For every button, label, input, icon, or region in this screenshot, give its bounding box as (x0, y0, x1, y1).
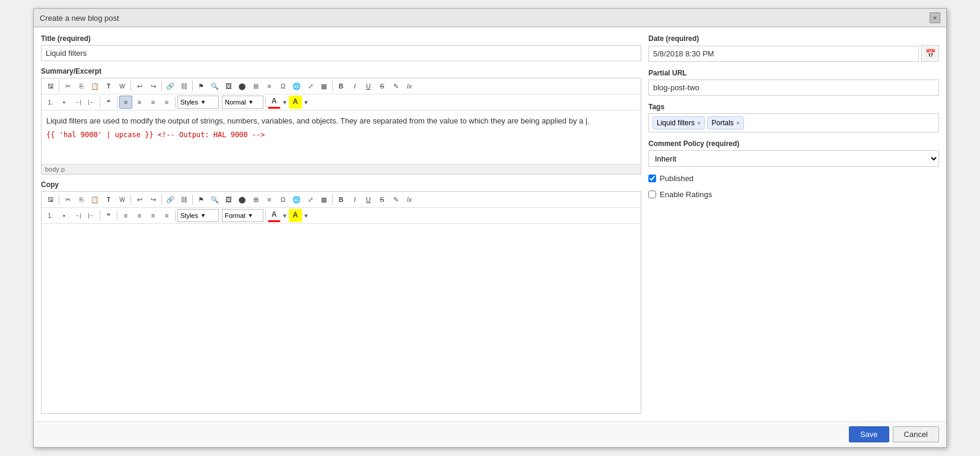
bold-btn[interactable]: B (335, 80, 348, 93)
summary-editor-content[interactable]: Liquid filters are used to modify the ou… (42, 110, 641, 164)
copy-paste-word-btn[interactable]: W (116, 193, 129, 206)
copy-format-dropdown[interactable]: Format ▼ (222, 209, 263, 222)
copy-anchor-btn[interactable]: ⚑ (195, 193, 208, 206)
title-input[interactable] (41, 45, 641, 61)
copy-link-btn[interactable]: 🔗 (164, 193, 177, 206)
close-button[interactable]: × (930, 12, 940, 23)
copy-special-char-btn[interactable]: Ω (276, 193, 289, 206)
paste-word-btn[interactable]: W (116, 80, 129, 93)
copy-font-color-arrow[interactable]: ▼ (282, 213, 288, 219)
copy-find-btn[interactable]: 🔍 (208, 193, 221, 206)
clear-format-btn[interactable]: Ix (403, 80, 416, 93)
copy-blockquote-btn[interactable]: ❝ (102, 209, 115, 222)
link-btn[interactable]: 🔗 (164, 80, 177, 93)
pencil-btn[interactable]: ✎ (389, 80, 402, 93)
align-left-btn[interactable]: ≡ (119, 96, 132, 109)
font-color-btn[interactable]: A (268, 96, 281, 109)
copy-outdent-btn[interactable]: |← (85, 209, 98, 222)
copy-align-right-btn[interactable]: ≡ (147, 209, 160, 222)
copy-table-btn[interactable]: ⊞ (249, 193, 262, 206)
copy-iframe-btn[interactable]: 🌐 (290, 193, 303, 206)
cut-btn[interactable]: ✂ (61, 80, 74, 93)
flash-btn[interactable]: ⬤ (236, 80, 249, 93)
ratings-checkbox[interactable] (648, 191, 656, 198)
copy-highlight-btn[interactable]: A (289, 209, 302, 222)
copy-hr-btn[interactable]: ≡ (263, 193, 276, 206)
copy-copy-btn[interactable]: ⎘ (75, 193, 88, 206)
anchor-btn[interactable]: ⚑ (195, 80, 208, 93)
copy-source-btn[interactable]: ▦ (317, 193, 330, 206)
copy-align-justify-btn[interactable]: ≡ (160, 209, 173, 222)
maximize-btn[interactable]: ⤢ (304, 80, 317, 93)
copy-bold-btn[interactable]: B (335, 193, 348, 206)
tag-portals-close[interactable]: × (736, 119, 740, 126)
paste-btn[interactable]: 📋 (88, 80, 101, 93)
tag-liquid-filters-close[interactable]: × (697, 119, 701, 126)
copy-image-btn[interactable]: 🖼 (222, 193, 235, 206)
copy-save-doc-btn[interactable]: 🖫 (44, 193, 57, 206)
unlink-btn[interactable]: ⛓ (177, 80, 190, 93)
indent-btn[interactable]: →| (71, 96, 84, 109)
highlight-btn[interactable]: A (289, 96, 302, 109)
copy-strike-btn[interactable]: S (376, 193, 389, 206)
paste-text-btn[interactable]: T (102, 80, 115, 93)
special-char-btn[interactable]: Ω (276, 80, 289, 93)
copy-pencil-btn[interactable]: ✎ (389, 193, 402, 206)
toolbar-history-group: ↩ ↪ (133, 80, 160, 93)
undo-btn[interactable]: ↩ (133, 80, 146, 93)
underline-btn[interactable]: U (362, 80, 375, 93)
copy-align-center-btn[interactable]: ≡ (133, 209, 146, 222)
align-justify-btn[interactable]: ≡ (160, 96, 173, 109)
partial-url-input[interactable] (648, 80, 939, 96)
redo-btn[interactable]: ↪ (147, 80, 160, 93)
copy-unlink-btn[interactable]: ⛓ (177, 193, 190, 206)
tags-container[interactable]: Liquid filters × Portals × (648, 113, 939, 132)
copy-clear-format-btn[interactable]: Ix (403, 193, 416, 206)
copy-maximize-btn[interactable]: ⤢ (304, 193, 317, 206)
calendar-button[interactable]: 📅 (921, 45, 939, 62)
font-color-arrow[interactable]: ▼ (282, 99, 288, 106)
copy-editor-content[interactable] (42, 224, 641, 413)
hr-btn[interactable]: ≡ (263, 80, 276, 93)
align-right-btn[interactable]: ≡ (147, 96, 160, 109)
align-center-btn[interactable]: ≡ (133, 96, 146, 109)
save-button[interactable]: Save (849, 426, 889, 442)
cancel-button[interactable]: Cancel (893, 426, 939, 442)
copy-paste-btn[interactable]: 📋 (88, 193, 101, 206)
highlight-arrow[interactable]: ▼ (303, 99, 309, 106)
table-btn[interactable]: ⊞ (249, 80, 262, 93)
strike-btn[interactable]: S (376, 80, 389, 93)
styles-dropdown[interactable]: Styles ▼ (177, 96, 219, 109)
iframe-btn[interactable]: 🌐 (290, 80, 303, 93)
date-input[interactable] (648, 46, 919, 62)
ul-btn[interactable]: • (58, 96, 71, 109)
blockquote-btn[interactable]: ❝ (102, 96, 115, 109)
copy-ol-btn[interactable]: 1. (44, 209, 57, 222)
copy-flash-btn[interactable]: ⬤ (236, 193, 249, 206)
copy-italic-btn[interactable]: I (348, 193, 361, 206)
copy-ul-btn[interactable]: • (58, 209, 71, 222)
copy-underline-btn[interactable]: U (362, 193, 375, 206)
copy-highlight-arrow[interactable]: ▼ (303, 213, 309, 219)
copy-undo-btn[interactable]: ↩ (133, 193, 146, 206)
save-doc-btn[interactable]: 🖫 (44, 80, 57, 93)
source-btn[interactable]: ▦ (317, 80, 330, 93)
published-checkbox[interactable] (648, 175, 656, 182)
copy-redo-btn[interactable]: ↪ (147, 193, 160, 206)
copy-cut-btn[interactable]: ✂ (61, 193, 74, 206)
image-btn[interactable]: 🖼 (222, 80, 235, 93)
csep3 (161, 194, 162, 205)
comment-policy-select[interactable]: Inherit Allow Moderated Closed (648, 150, 939, 167)
copy-align-left-btn[interactable]: ≡ (119, 209, 132, 222)
copy-font-color-btn[interactable]: A (268, 209, 281, 222)
copy-btn[interactable]: ⎘ (75, 80, 88, 93)
italic-btn[interactable]: I (348, 80, 361, 93)
copy-indent-btn[interactable]: →| (71, 209, 84, 222)
format-dropdown[interactable]: Normal ▼ (222, 96, 263, 109)
dialog-body: Title (required) Summary/Excerpt 🖫 ✂ (34, 27, 946, 421)
ol-btn[interactable]: 1. (44, 96, 57, 109)
outdent-btn[interactable]: |← (85, 96, 98, 109)
find-btn[interactable]: 🔍 (208, 80, 221, 93)
copy-paste-text-btn[interactable]: T (102, 193, 115, 206)
copy-styles-dropdown[interactable]: Styles ▼ (177, 209, 219, 222)
